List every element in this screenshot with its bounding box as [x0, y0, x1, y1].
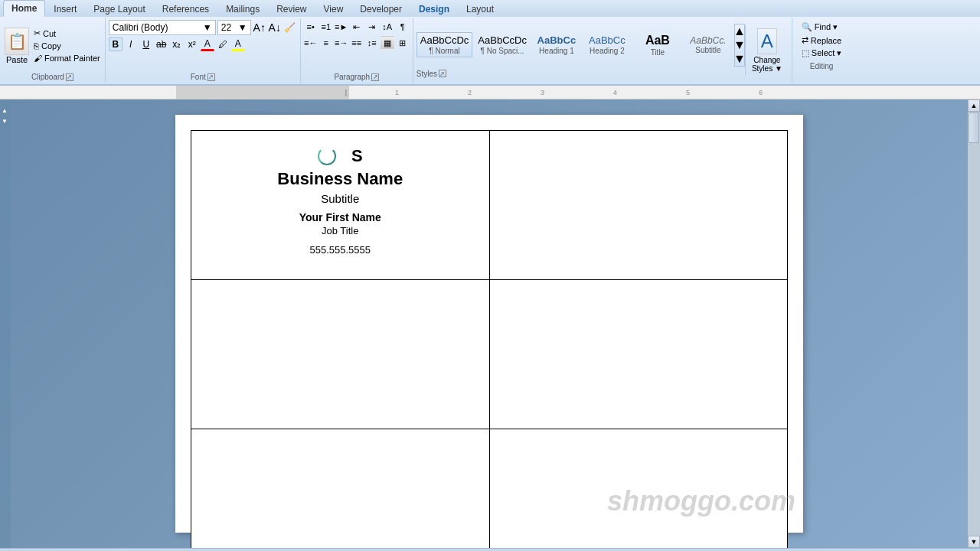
- sort-button[interactable]: ↕A: [381, 20, 394, 34]
- ruler-mark5: 5: [686, 89, 690, 96]
- tab-layout[interactable]: Layout: [458, 1, 502, 17]
- italic-button[interactable]: I: [124, 37, 138, 51]
- card-cell-mid-left[interactable]: [191, 280, 490, 429]
- paste-button[interactable]: 📋 Paste: [3, 26, 31, 66]
- line-spacing-button[interactable]: ↕≡: [365, 36, 379, 50]
- multilevel-list-button[interactable]: ≡►: [335, 20, 348, 34]
- circle-logo-icon: [318, 147, 336, 165]
- font-label: Font: [191, 73, 206, 81]
- sidebar-nav-down[interactable]: ▼: [2, 118, 9, 126]
- increase-indent-button[interactable]: ⇥: [365, 20, 379, 34]
- tab-references[interactable]: References: [154, 1, 217, 17]
- align-center-button[interactable]: ≡: [319, 36, 333, 50]
- right-scrollbar: ▲ ▼: [968, 99, 980, 548]
- style-heading1[interactable]: AaBbCc Heading 1: [532, 32, 581, 57]
- decrease-font-button[interactable]: A↓: [268, 21, 282, 34]
- style-heading1-preview: AaBbCc: [537, 34, 577, 47]
- show-formatting-button[interactable]: ¶: [396, 20, 410, 34]
- styles-expand[interactable]: ↗: [439, 70, 446, 77]
- paste-icon: 📋: [5, 28, 29, 55]
- style-subtitle-preview: AaBbCc.: [690, 35, 726, 46]
- ruler-left-margin: |: [345, 89, 347, 96]
- tab-developer[interactable]: Developer: [351, 1, 410, 17]
- ruler-mark4: 4: [613, 89, 617, 96]
- align-right-button[interactable]: ≡→: [335, 36, 348, 50]
- clear-format-button[interactable]: 🧹: [283, 21, 297, 34]
- clipboard-expand[interactable]: ↗: [66, 73, 74, 81]
- tab-page-layout[interactable]: Page Layout: [85, 1, 153, 17]
- select-icon: ⬚: [802, 48, 809, 58]
- card-cell-top-right[interactable]: [489, 131, 788, 280]
- scroll-up-button[interactable]: ▲: [968, 99, 980, 112]
- change-styles-button[interactable]: A ChangeStyles ▼: [745, 25, 789, 76]
- style-title-preview: AaB: [645, 33, 670, 47]
- justify-button[interactable]: ≡≡: [350, 36, 364, 50]
- scroll-thumb[interactable]: [969, 112, 979, 143]
- scroll-down-button[interactable]: ▼: [968, 536, 980, 548]
- select-button[interactable]: ⬚ Select ▾: [800, 47, 844, 59]
- superscript-button[interactable]: x²: [185, 37, 199, 51]
- card-cell-bottom-right[interactable]: [489, 429, 788, 549]
- style-subtitle[interactable]: AaBbCc. Subtitle: [684, 33, 733, 57]
- replace-icon: ⇄: [802, 35, 808, 45]
- style-normal[interactable]: AaBbCcDc ¶ Normal: [416, 32, 473, 57]
- cut-button[interactable]: ✂ Cut: [32, 28, 102, 39]
- document-area: ▲ ▼ S Business Name Subtitle: [0, 99, 980, 548]
- style-heading2[interactable]: AaBbCc Heading 2: [583, 32, 632, 57]
- scroll-track[interactable]: [968, 112, 980, 536]
- card-cell-top-left[interactable]: S Business Name Subtitle Your First Name…: [191, 131, 490, 280]
- font-expand[interactable]: ↗: [207, 73, 215, 81]
- sidebar-nav-up[interactable]: ▲: [2, 107, 9, 115]
- tab-mailings[interactable]: Mailings: [217, 1, 268, 17]
- style-heading1-label: Heading 1: [539, 47, 574, 55]
- bullet-list-button[interactable]: ≡•: [304, 20, 318, 34]
- card-cell-mid-right[interactable]: [489, 280, 788, 429]
- tab-design[interactable]: Design: [410, 1, 458, 17]
- find-button[interactable]: 🔍 Find ▾: [800, 21, 844, 33]
- highlight-button[interactable]: 🖊: [216, 37, 230, 51]
- clipboard-label: Clipboard: [31, 73, 64, 81]
- style-no-spacing[interactable]: AaBbCcDc ¶ No Spaci...: [474, 32, 531, 57]
- tab-insert[interactable]: Insert: [45, 1, 85, 17]
- style-normal-preview: AaBbCcDc: [420, 34, 469, 47]
- format-painter-button[interactable]: 🖌 Format Painter: [32, 53, 102, 64]
- business-name: Business Name: [204, 169, 477, 189]
- tab-view[interactable]: View: [315, 1, 352, 17]
- business-card-table: S Business Name Subtitle Your First Name…: [191, 130, 788, 548]
- scissors-icon: ✂: [34, 28, 41, 38]
- text-highlight-button[interactable]: A: [231, 37, 245, 51]
- decrease-indent-button[interactable]: ⇤: [350, 20, 364, 34]
- find-icon: 🔍: [802, 22, 812, 32]
- styles-scroll[interactable]: ▲ ▼ ▼: [734, 24, 745, 67]
- style-no-spacing-preview: AaBbCcDc: [478, 34, 527, 47]
- list-row: ≡• ≡1 ≡► ⇤ ⇥ ↕A ¶: [304, 20, 410, 34]
- increase-font-button[interactable]: A↑: [253, 21, 266, 34]
- paragraph-group: ≡• ≡1 ≡► ⇤ ⇥ ↕A ¶ ≡← ≡ ≡→ ≡≡ ↕≡ ▦ ⊞ Para…: [301, 18, 413, 83]
- strikethrough-button[interactable]: ab: [155, 37, 168, 51]
- align-left-button[interactable]: ≡←: [304, 36, 318, 50]
- font-color-button[interactable]: A: [201, 37, 214, 51]
- copy-button[interactable]: ⎘ Copy: [32, 41, 102, 51]
- subscript-button[interactable]: x₂: [170, 37, 184, 51]
- numbered-list-button[interactable]: ≡1: [319, 20, 333, 34]
- shading-button[interactable]: ▦: [381, 36, 394, 50]
- paragraph-expand[interactable]: ↗: [371, 73, 379, 81]
- logo-letter: S: [351, 146, 363, 166]
- style-title[interactable]: AaB Title: [633, 31, 682, 58]
- tab-home[interactable]: Home: [3, 0, 45, 17]
- card-row-3: [191, 429, 788, 549]
- font-size-dropdown[interactable]: 22 ▼: [217, 20, 251, 35]
- underline-button[interactable]: U: [139, 37, 153, 51]
- styles-label: Styles: [416, 70, 437, 78]
- bold-button[interactable]: B: [109, 37, 122, 51]
- align-row: ≡← ≡ ≡→ ≡≡ ↕≡ ▦ ⊞: [304, 36, 410, 50]
- card-subtitle: Subtitle: [204, 192, 477, 205]
- font-name-dropdown[interactable]: Calibri (Body) ▼: [109, 20, 216, 35]
- replace-button[interactable]: ⇄ Replace: [800, 34, 844, 46]
- card-row-1: S Business Name Subtitle Your First Name…: [191, 131, 788, 280]
- font-format-row: B I U ab x₂ x² A 🖊 A: [109, 37, 245, 51]
- tab-review[interactable]: Review: [268, 1, 315, 17]
- border-button[interactable]: ⊞: [396, 36, 410, 50]
- card-cell-bottom-left[interactable]: [191, 429, 490, 549]
- ruler-mark6: 6: [759, 89, 763, 96]
